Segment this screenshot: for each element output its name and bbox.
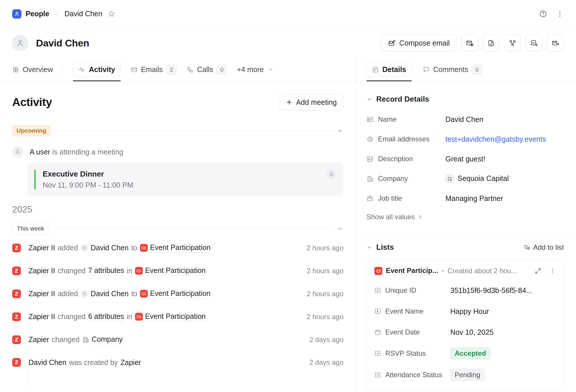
active-tab-underline [73,80,120,81]
more-menu-icon[interactable] [556,10,564,18]
feed-attributes-link[interactable]: 7 attributes [88,266,124,275]
lists-collapse-icon[interactable] [366,244,373,251]
field-label: RSVP Status [374,349,450,357]
record-details-header: Record Details [366,95,564,104]
feed-prep: to [131,289,137,298]
add-meeting-button[interactable]: Add meeting [279,94,343,110]
favorite-star-icon[interactable] [108,10,116,18]
tab-emails[interactable]: Emails 2 [131,64,177,75]
field-value-email-link[interactable]: test+davidchen@gatsby.events [445,135,546,143]
document-icon [372,66,379,73]
upcoming-pill[interactable]: Upcoming [12,125,51,136]
tab-emails-label: Emails [141,65,163,74]
feed-row: Z Zapier II changed 7 attributes in Even… [12,266,343,275]
tab-overview[interactable]: Overview [12,65,53,74]
list-name-link[interactable]: Event Particip... [386,267,438,275]
zapier-icon: Z [12,335,21,344]
tab-divider [63,65,63,74]
add-email-button[interactable] [461,35,478,51]
upcoming-collapse-icon[interactable] [336,127,343,134]
tab-calls[interactable]: Calls 0 [187,64,227,75]
tab-more[interactable]: +4 more [237,65,273,74]
show-all-values-link[interactable]: Show all values [366,213,423,221]
rsvp-status-badge[interactable]: Accepted [450,347,490,359]
feed-row: Z Zapier changed Company 2 days ago [12,335,343,344]
card-row-unique-id: Unique ID 351b15f6-9d3b-56f5-84... [374,285,556,296]
tab-activity[interactable]: Activity [73,58,120,81]
field-value-description[interactable]: Great guest! [445,155,485,163]
grid-icon [12,66,19,73]
add-to-list-button[interactable]: Add to list [523,243,564,251]
tab-details-label: Details [382,65,406,74]
compose-email-button[interactable]: Compose email [381,35,456,51]
this-week-pill[interactable]: This week [12,222,49,235]
tab-comments[interactable]: Comments 0 [423,64,482,75]
zapier-icon: Z [12,267,21,275]
feed-list-link[interactable]: Event Participation [140,243,210,252]
detail-row-company: Company Sequoia Capital [366,173,564,184]
field-value-event-name[interactable]: Happy Hour [450,307,489,316]
feed-list-link[interactable]: Event Participation [140,289,210,298]
chevron-down-icon [267,66,274,73]
ticket-icon [135,313,143,321]
chevron-right-icon [417,214,423,220]
feed-list-link[interactable]: Event Participation [135,312,206,321]
breadcrumb-divider [54,10,60,18]
feed-prep: in [127,312,132,321]
feed-person-link[interactable]: David Chen [80,244,129,252]
feed-attributes-link[interactable]: 6 attributes [88,312,124,321]
text-attribute-icon [374,308,381,315]
card-row-event-name: Event Name Happy Hour [374,305,556,317]
activity-heading: Activity [12,96,52,109]
calls-count-badge: 0 [217,64,227,75]
feed-list-link[interactable]: Event Participation [135,266,206,275]
add-note-icon [487,39,495,47]
add-task-button[interactable] [525,35,542,51]
people-section-icon[interactable] [12,9,21,19]
lists-title: Lists [376,243,394,252]
building-icon [82,336,89,343]
breadcrumb-section[interactable]: People [26,10,49,18]
feed-person-link[interactable]: David Chen [80,289,129,298]
id-card-icon [366,116,374,123]
feed-row: Z Zapier II changed 6 attributes in Even… [12,312,343,321]
feed-row: Z Zapier II added David Chen to Event Pa… [12,243,343,252]
add-note-button[interactable] [483,35,499,51]
week-collapse-icon[interactable] [336,225,343,232]
expand-icon[interactable] [534,267,541,274]
field-value-unique-id[interactable]: 351b15f6-9d3b-56f5-84... [450,286,532,295]
feed-prep: in [127,267,132,275]
send-email-icon [552,39,559,47]
tab-overview-label: Overview [23,65,53,74]
status-icon [374,350,381,357]
attendance-status-badge[interactable]: Pending [450,369,485,381]
feed-actor: Zapier II [28,244,55,252]
breadcrumb-record[interactable]: David Chen [64,10,102,18]
company-logo-icon [445,174,454,183]
tab-details[interactable]: Details [366,58,412,81]
feed-attribute-link[interactable]: Company [82,335,123,344]
zapier-icon: Z [12,244,21,252]
field-value-event-date[interactable]: Nov 10, 2025 [450,328,494,337]
feed-row: Z David Chen was created by Zapier 2 day… [12,358,343,367]
field-label: Event Name [374,307,450,315]
help-icon[interactable] [539,10,547,18]
field-value-name[interactable]: David Chen [445,115,483,124]
list-kebab-icon[interactable] [549,267,556,274]
feed-verb: changed [58,267,86,275]
detail-row-email: Email addresses test+davidchen@gatsby.ev… [366,133,564,145]
detail-row-name: Name David Chen [366,114,564,125]
field-value-job-title[interactable]: Managing Partner [445,194,503,203]
list-created-text: Created about 2 hou... [447,267,517,275]
active-tab-underline [366,80,412,81]
field-value-company-link[interactable]: Sequoia Capital [445,174,509,183]
record-details-collapse-icon[interactable] [366,96,373,103]
feed-timestamp: 2 hours ago [301,290,343,298]
send-email-button[interactable] [547,35,564,51]
meeting-card[interactable]: Executive Dinner Nov 11, 9:00 PM - 11:00… [27,163,343,196]
record-details-title: Record Details [376,95,429,104]
status-icon [374,371,381,378]
workflow-button[interactable] [504,35,521,51]
feed-verb: added [58,244,78,252]
details-panel: Record Details Name David Chen Email add… [356,81,576,392]
